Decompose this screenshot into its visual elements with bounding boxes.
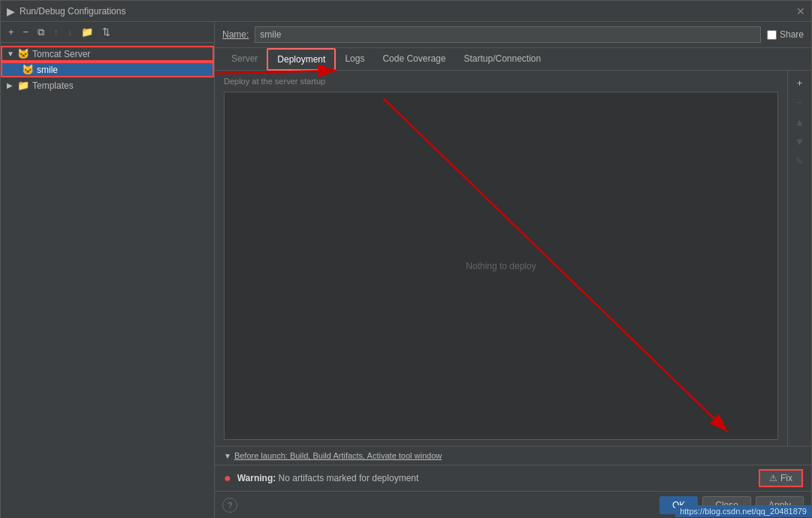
remove-config-button[interactable]: − [20,25,32,39]
help-button[interactable]: ? [222,498,237,513]
fix-button[interactable]: ⚠ Fix [759,470,802,486]
warning-icon: ● [224,471,231,485]
tab-deployment[interactable]: Deployment [267,48,336,71]
url-text: https://blog.csdn.net/qq_20481879 [680,507,807,516]
fix-icon: ⚠ [769,473,777,483]
fix-label: Fix [780,473,792,483]
tree-item-smile[interactable]: 🐱 smile [1,62,214,77]
tree-expand-arrow: ▼ [7,50,14,58]
templates-icon: 📁 [17,80,29,91]
share-checkbox[interactable] [767,30,777,40]
url-bar: https://blog.csdn.net/qq_20481879 [675,505,811,517]
tab-code-coverage[interactable]: Code Coverage [373,49,454,70]
before-launch-label: Before launch: Build, Build Artifacts, A… [234,451,442,460]
right-panel: Name: Share Server Deployment Logs [215,22,811,518]
bottom-left: ? [222,498,237,513]
tabs-row: Server Deployment Logs Code Coverage Sta… [215,48,811,71]
config-tree: ▼ 🐱 Tomcat Server 🐱 smile ▶ 📁 Templates [1,43,214,518]
deployment-main: Deploy at the server startup Nothing to … [215,71,787,446]
share-label: Share [780,29,804,40]
smile-icon: 🐱 [22,64,34,75]
deploy-subtitle: Deploy at the server startup [224,77,778,86]
before-launch-header[interactable]: ▼ Before launch: Build, Build Artifacts,… [224,451,802,460]
tab-server[interactable]: Server [222,49,267,70]
name-row: Name: Share [215,22,811,48]
tomcat-server-icon: 🐱 [17,48,29,59]
window-icon: ▶ [7,5,15,17]
tree-group-templates[interactable]: ▶ 📁 Templates [1,77,214,93]
tab-logs[interactable]: Logs [336,49,373,70]
title-bar: ▶ Run/Debug Configurations ✕ [1,1,811,22]
templates-label: Templates [32,80,74,91]
before-launch-section[interactable]: ▼ Before launch: Build, Build Artifacts,… [215,446,811,465]
deploy-up-button: ▲ [791,113,809,131]
deployment-side-toolbar: + − ▲ ▼ ✎ [787,71,811,446]
templates-expand-arrow: ▶ [7,81,14,89]
tomcat-server-label: Tomcat Server [32,49,90,59]
warning-message: No artifacts marked for deployment [279,473,419,483]
folder-button[interactable]: 📁 [78,25,96,39]
close-button[interactable]: ✕ [796,6,805,17]
name-input[interactable] [255,26,761,43]
deploy-remove-button: − [791,93,809,111]
tab-startup-connection[interactable]: Startup/Connection [454,49,550,70]
nothing-to-deploy-label: Nothing to deploy [466,261,536,271]
before-launch-arrow: ▼ [224,452,231,460]
warning-row: ● Warning: No artifacts marked for deplo… [215,465,811,491]
warning-text: Warning: No artifacts marked for deploym… [237,473,753,483]
title-bar-content: ▶ Run/Debug Configurations [7,5,125,17]
main-layout: + − ⧉ ↑ ↓ 📁 ⇅ ▼ 🐱 Tomcat Server 🐱 [1,22,811,518]
deploy-edit-button: ✎ [791,152,809,170]
deploy-add-button[interactable]: + [791,74,809,92]
config-toolbar: + − ⧉ ↑ ↓ 📁 ⇅ [1,22,214,43]
warning-bold: Warning: [237,473,276,483]
deploy-down-button: ▼ [791,132,809,150]
left-panel: + − ⧉ ↑ ↓ 📁 ⇅ ▼ 🐱 Tomcat Server 🐱 [1,22,215,518]
name-label: Name: [222,29,249,40]
tree-group-tomcat[interactable]: ▼ 🐱 Tomcat Server [1,46,214,62]
deploy-list-area: Nothing to deploy [224,92,778,440]
copy-config-button[interactable]: ⧉ [35,25,47,40]
deployment-panel: Deploy at the server startup Nothing to … [215,71,811,446]
smile-label: smile [37,65,58,75]
sort-button[interactable]: ⇅ [99,25,113,39]
content-area: Deploy at the server startup Nothing to … [215,71,811,446]
move-down-button: ↓ [65,25,76,39]
share-checkbox-area[interactable]: Share [767,29,804,40]
add-config-button[interactable]: + [5,25,17,39]
window-title: Run/Debug Configurations [20,6,125,17]
move-up-button: ↑ [50,25,62,39]
